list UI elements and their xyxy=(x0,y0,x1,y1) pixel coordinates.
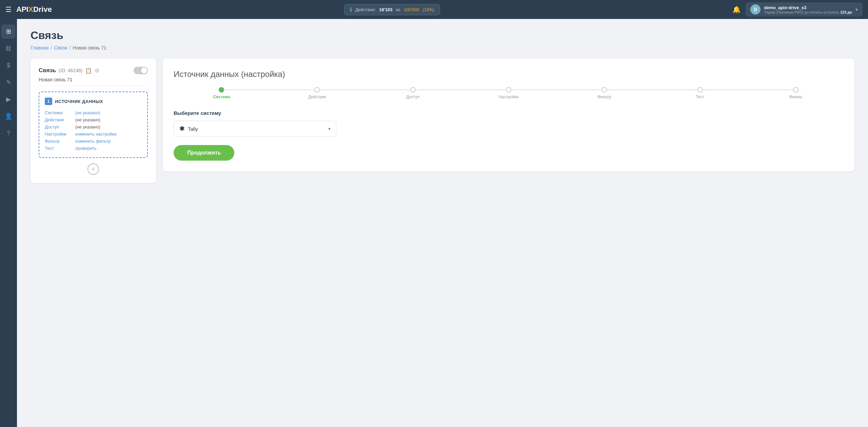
user-icon: 👤 xyxy=(5,113,12,120)
source-row-key: Фильтр xyxy=(45,138,75,145)
edit-icon: ✎ xyxy=(6,79,11,86)
step-label: Действие xyxy=(308,95,326,99)
sidebar-item-billing[interactable]: $ xyxy=(1,58,16,73)
continue-button[interactable]: Продолжить xyxy=(174,145,234,161)
actions-count: 18'103 xyxy=(379,7,392,12)
selected-system-label: Tally xyxy=(188,126,198,132)
user-plan: Тариф |Премиум PRO| до оплаты осталось 1… xyxy=(764,10,852,14)
page-title: Связь xyxy=(31,29,854,42)
user-name: demo_apix-drive_s3 xyxy=(764,5,852,10)
sidebar-item-edit[interactable]: ✎ xyxy=(1,75,16,89)
copy-icon[interactable]: 📋 xyxy=(85,67,92,74)
breadcrumb: Главная / Связи / Новая связь 71 xyxy=(31,45,854,50)
bell-icon[interactable]: 🔔 xyxy=(732,5,741,14)
source-row-value[interactable]: проверить xyxy=(75,145,142,152)
cards-row: Связь (ID: 46248) 📋 ⚙ Новая связь 71 xyxy=(31,59,854,183)
hamburger-menu[interactable]: ☰ xyxy=(5,5,12,14)
sidebar-item-profile[interactable]: 👤 xyxy=(1,109,16,123)
source-row-value: (не указано) xyxy=(75,123,142,130)
source-row-key: Доступ xyxy=(45,123,75,130)
breadcrumb-sep-2: / xyxy=(69,45,71,50)
card-subtitle: Новая связь 71 xyxy=(39,77,148,86)
breadcrumb-connections[interactable]: Связи xyxy=(54,45,67,50)
left-card: Связь (ID: 46248) 📋 ⚙ Новая связь 71 xyxy=(31,59,156,183)
form-label: Выберите систему xyxy=(174,110,844,116)
dollar-icon: $ xyxy=(7,62,10,69)
add-button[interactable]: + xyxy=(87,163,99,175)
step-label: Финиш xyxy=(789,95,802,99)
user-section[interactable]: D demo_apix-drive_s3 Тариф |Премиум PRO|… xyxy=(746,2,863,17)
step-circle[interactable] xyxy=(506,87,511,93)
source-row-key: Настройки xyxy=(45,130,75,138)
logo-x: X xyxy=(28,5,33,14)
help-icon: ? xyxy=(7,130,10,137)
step-circle[interactable] xyxy=(410,87,416,93)
source-row-value[interactable]: изменить настройки xyxy=(75,130,142,138)
actions-separator: из xyxy=(396,7,400,12)
breadcrumb-sep-1: / xyxy=(51,45,52,50)
step-label: Фильтр xyxy=(597,95,611,99)
actions-total: 100'000 xyxy=(404,7,419,12)
system-select[interactable]: ✱ Tally ▾ xyxy=(174,121,336,137)
main-content: Связь Главная / Связи / Новая связь 71 С… xyxy=(17,19,868,427)
card-id: (ID: 46248) xyxy=(59,68,82,73)
sidebar-item-home[interactable]: ⊞ xyxy=(1,24,16,39)
step-item-фильтр: Фильтр xyxy=(556,87,652,99)
tally-star-icon: ✱ xyxy=(179,125,184,133)
toggle-switch[interactable] xyxy=(134,67,148,74)
stepper: СистемаДействиеДоступНастройкиФильтрТест… xyxy=(174,87,844,99)
settings-icon[interactable]: ⚙ xyxy=(95,67,99,74)
logo-api: API xyxy=(16,5,28,14)
info-icon: ℹ xyxy=(350,6,352,13)
step-item-настройки: Настройки xyxy=(461,87,556,99)
source-table: Система(не указано)Действие(не указано)Д… xyxy=(45,109,142,152)
breadcrumb-home[interactable]: Главная xyxy=(31,45,48,50)
user-info: demo_apix-drive_s3 Тариф |Премиум PRO| д… xyxy=(764,5,852,14)
toggle-knob xyxy=(141,67,147,74)
step-circle xyxy=(219,87,224,93)
card-header: Связь (ID: 46248) 📋 ⚙ xyxy=(39,67,148,74)
topnav-center: ℹ Действия: 18'103 из 100'000 (18%) xyxy=(344,4,440,15)
step-circle[interactable] xyxy=(697,87,703,93)
topnav-right: 🔔 D demo_apix-drive_s3 Тариф |Премиум PR… xyxy=(732,2,863,17)
right-card-title: Источник данных (настройка) xyxy=(174,69,844,79)
step-label: Настройки xyxy=(499,95,519,99)
step-item-доступ: Доступ xyxy=(365,87,461,99)
add-btn-row: + xyxy=(39,163,148,175)
card-title: Связь xyxy=(39,67,56,74)
source-row-key: Действие xyxy=(45,116,75,123)
connections-icon: ⛓ xyxy=(5,45,12,52)
actions-badge[interactable]: ℹ Действия: 18'103 из 100'000 (18%) xyxy=(344,4,440,15)
select-chevron-icon: ▾ xyxy=(328,126,331,131)
step-label: Тест xyxy=(696,95,704,99)
card-icons: 📋 ⚙ xyxy=(85,67,99,74)
source-row-value[interactable]: изменить фильтр xyxy=(75,138,142,145)
breadcrumb-current: Новая связь 71 xyxy=(73,45,106,50)
logo: API X Drive xyxy=(16,5,52,14)
source-row-value[interactable]: (не указано) xyxy=(75,109,142,116)
right-card: Источник данных (настройка) СистемаДейст… xyxy=(163,59,854,171)
source-box-header: 1 ИСТОЧНИК ДАННЫХ xyxy=(45,98,142,105)
top-navbar: ☰ API X Drive ℹ Действия: 18'103 из 100'… xyxy=(0,0,868,19)
source-row-value: (не указано) xyxy=(75,116,142,123)
step-circle[interactable] xyxy=(314,87,320,93)
sidebar-item-run[interactable]: ▶ xyxy=(1,92,16,106)
sidebar-item-connections[interactable]: ⛓ xyxy=(1,41,16,56)
step-label: Система xyxy=(213,95,230,99)
sidebar-item-help[interactable]: ? xyxy=(1,126,16,140)
sidebar: ⊞ ⛓ $ ✎ ▶ 👤 ? xyxy=(0,19,17,427)
source-row-key: Тест xyxy=(45,145,75,152)
logo-drive: Drive xyxy=(33,5,52,14)
chevron-down-icon: ▾ xyxy=(855,7,858,12)
select-left: ✱ Tally xyxy=(179,125,198,133)
step-circle[interactable] xyxy=(793,87,798,93)
app-body: ⊞ ⛓ $ ✎ ▶ 👤 ? Связь Главная / Связи / Но… xyxy=(0,19,868,427)
source-label: ИСТОЧНИК ДАННЫХ xyxy=(55,99,103,104)
step-label: Доступ xyxy=(406,95,419,99)
avatar: D xyxy=(750,4,761,15)
step-item-система: Система xyxy=(174,87,269,99)
home-icon: ⊞ xyxy=(6,28,11,35)
step-circle[interactable] xyxy=(601,87,607,93)
actions-percent: (18%) xyxy=(423,7,435,12)
step-item-действие: Действие xyxy=(269,87,365,99)
